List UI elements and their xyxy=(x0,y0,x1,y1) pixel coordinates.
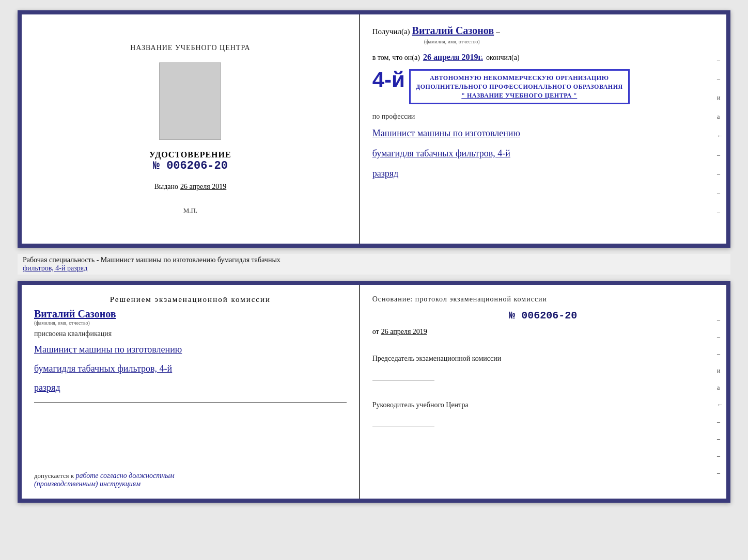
poluchil-line: Получил(а) Виталий Сазонов – xyxy=(372,25,714,37)
stamp-area: 4-й АВТОНОМНУЮ НЕКОММЕРЧЕСКУЮ ОРГАНИЗАЦИ… xyxy=(372,69,714,104)
middle-text-prefix: Рабочая специальность - Машинист машины … xyxy=(23,256,280,264)
bottom-profession1: Машинист машины по изготовлению xyxy=(34,342,347,357)
vydano-block: Выдано 26 апреля 2019 xyxy=(154,183,226,191)
osnovanie-label: Основание: протокол экзаменационной коми… xyxy=(372,295,714,303)
profession-line1: Машинист машины по изготовлению xyxy=(372,126,714,141)
stamp-rect: АВТОНОМНУЮ НЕКОММЕРЧЕСКУЮ ОРГАНИЗАЦИЮ ДО… xyxy=(409,69,630,104)
ot-prefix: от xyxy=(372,328,379,336)
predsedatel-label: Председатель экзаменационной комиссии xyxy=(372,354,714,364)
prisvoena-label: присвоена квалификация xyxy=(34,330,347,338)
fio-sublabel-top: (фамилия, имя, отчество) xyxy=(424,39,714,44)
bottom-divider-line xyxy=(34,402,347,403)
bottom-profession2: бумагидля табачных фильтров, 4-й xyxy=(34,361,347,376)
resheniem-title: Решением экзаменационной комиссии xyxy=(34,295,347,304)
okonchil-label: окончил(а) xyxy=(486,54,520,62)
dash-column-top: – – и а ← – – – – xyxy=(717,56,723,216)
bottom-cert-right: Основание: протокол экзаменационной коми… xyxy=(360,285,726,499)
date-handwritten: 26 апреля 2019г. xyxy=(423,53,483,62)
stamp-line1: АВТОНОМНУЮ НЕКОММЕРЧЕСКУЮ ОРГАНИЗАЦИЮ xyxy=(416,74,623,83)
predsedatel-sign-line xyxy=(372,370,434,380)
profession-line2: бумагидля табачных фильтров, 4-й xyxy=(372,146,714,161)
dopuskaetsya-prefix: допускается к xyxy=(34,472,74,479)
bottom-profession3: разряд xyxy=(34,380,347,395)
digit-4: 4-й xyxy=(372,69,405,91)
top-cert-right: Получил(а) Виталий Сазонов – (фамилия, и… xyxy=(360,14,726,244)
rukovoditel-sign-line xyxy=(372,416,434,426)
top-certificate: НАЗВАНИЕ УЧЕБНОГО ЦЕНТРА УДОСТОВЕРЕНИЕ №… xyxy=(18,10,730,248)
bottom-fio: Виталий Сазонов xyxy=(34,308,116,320)
poluchil-dash: – xyxy=(496,27,500,36)
spacer2 xyxy=(372,387,714,394)
rukovoditel-label: Руководитель учебного Центра xyxy=(372,400,714,410)
bottom-fio-sub: (фамилия, имя, отчество) xyxy=(34,320,90,326)
spacer1 xyxy=(372,342,714,347)
v-tom-prefix: в том, что он(а) xyxy=(372,54,420,62)
training-center-title: НАЗВАНИЕ УЧЕБНОГО ЦЕНТРА xyxy=(130,44,250,52)
stamp-line2: ДОПОЛНИТЕЛЬНОГО ПРОФЕССИОНАЛЬНОГО ОБРАЗО… xyxy=(416,83,623,91)
profession-line3: разряд xyxy=(372,166,714,181)
top-cert-left: НАЗВАНИЕ УЧЕБНОГО ЦЕНТРА УДОСТОВЕРЕНИЕ №… xyxy=(22,14,360,244)
vydano-date: 26 апреля 2019 xyxy=(180,183,226,191)
dash-column-bottom: – – – и а ← – – – – xyxy=(717,316,723,477)
po-professii-label: по профессии xyxy=(372,113,714,121)
poluchil-fio: Виталий Сазонов xyxy=(412,25,494,37)
udostoverenie-title: УДОСТОВЕРЕНИЕ xyxy=(149,150,231,159)
bottom-cert-left: Решением экзаменационной комиссии Витали… xyxy=(22,285,360,499)
vydano-label: Выдано xyxy=(154,183,178,191)
mp-label: М.П. xyxy=(183,206,197,215)
photo-placeholder xyxy=(159,62,221,140)
bottom-certificate: Решением экзаменационной комиссии Витали… xyxy=(18,281,730,503)
middle-text-strip: Рабочая специальность - Машинист машины … xyxy=(18,254,730,275)
dopuskaetsya-block: допускается к работе согласно должностны… xyxy=(34,472,347,488)
middle-text-underline: фильтров, 4-й разряд xyxy=(23,264,87,272)
udost-number: № 006206-20 xyxy=(149,159,231,172)
v-tom-line: в том, что он(а) 26 апреля 2019г. окончи… xyxy=(372,53,714,62)
bottom-fio-block: Виталий Сазонов (фамилия, имя, отчество) xyxy=(34,308,347,326)
poluchil-label: Получил(а) xyxy=(372,27,410,36)
bottom-number: № 006206-20 xyxy=(372,310,714,322)
udostoverenie-block: УДОСТОВЕРЕНИЕ № 006206-20 xyxy=(149,150,231,172)
stamp-line3: " НАЗВАНИЕ УЧЕБНОГО ЦЕНТРА " xyxy=(416,91,623,100)
ot-date: 26 апреля 2019 xyxy=(381,328,427,336)
ot-line: от 26 апреля 2019 xyxy=(372,328,714,336)
